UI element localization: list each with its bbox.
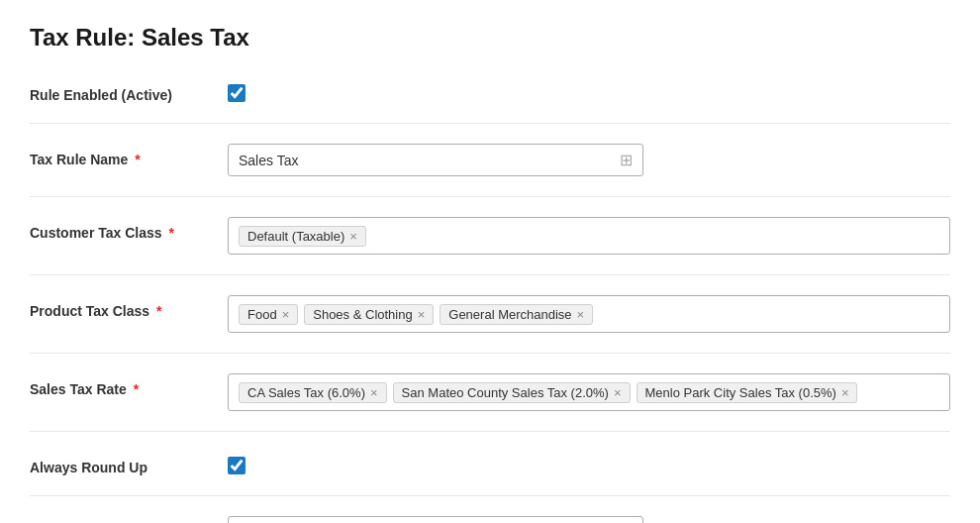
priority-control <box>228 516 950 523</box>
tag-label: Default (Taxable) <box>247 229 344 244</box>
rule-enabled-control <box>228 79 950 102</box>
remove-general-merchandise-button[interactable]: × <box>577 308 585 321</box>
sales-tax-rate-label: Sales Tax Rate * <box>30 373 228 397</box>
product-tax-class-field[interactable]: Food × Shoes & Clothing × General Mercha… <box>228 295 950 333</box>
required-star-str: * <box>130 381 139 397</box>
remove-san-mateo-button[interactable]: × <box>614 386 622 399</box>
always-round-up-row: Always Round Up <box>30 452 950 475</box>
list-item: CA Sales Tax (6.0%) × <box>239 382 387 403</box>
tag-label: Food <box>247 307 277 322</box>
divider-5 <box>30 431 950 432</box>
tax-rule-name-row: Tax Rule Name * ⊞ <box>30 144 950 176</box>
tag-label: Shoes & Clothing <box>313 307 412 322</box>
required-star-ctc: * <box>165 225 174 241</box>
tax-rule-name-input[interactable] <box>239 153 614 168</box>
required-star-ptc: * <box>152 303 161 319</box>
priority-input[interactable] <box>228 516 643 523</box>
priority-row: Priority * <box>30 516 950 523</box>
divider-3 <box>30 274 950 275</box>
remove-menlo-park-button[interactable]: × <box>841 386 849 399</box>
rule-enabled-checkbox[interactable] <box>228 84 245 102</box>
tag-label: CA Sales Tax (6.0%) <box>247 385 365 400</box>
remove-food-button[interactable]: × <box>282 308 290 321</box>
remove-shoes-clothing-button[interactable]: × <box>418 308 426 321</box>
always-round-up-label: Always Round Up <box>30 452 228 475</box>
product-tax-class-row: Product Tax Class * Food × Shoes & Cloth… <box>30 295 950 333</box>
page-title: Tax Rule: Sales Tax <box>30 24 950 52</box>
sales-tax-rate-row: Sales Tax Rate * CA Sales Tax (6.0%) × S… <box>30 373 950 411</box>
divider-1 <box>30 123 950 124</box>
customer-tax-class-label: Customer Tax Class * <box>30 217 228 241</box>
tax-rule-name-control: ⊞ <box>228 144 950 176</box>
tax-rule-name-field[interactable]: ⊞ <box>228 144 643 176</box>
divider-2 <box>30 196 950 197</box>
tag-label: Menlo Park City Sales Tax (0.5%) <box>645 385 836 400</box>
list-item: General Merchandise × <box>440 304 593 325</box>
divider-6 <box>30 495 950 496</box>
customer-tax-class-row: Customer Tax Class * Default (Taxable) × <box>30 217 950 255</box>
sales-tax-rate-field[interactable]: CA Sales Tax (6.0%) × San Mateo County S… <box>228 373 950 411</box>
rule-enabled-row: Rule Enabled (Active) <box>30 79 950 103</box>
list-item: Food × <box>239 304 298 325</box>
list-item: San Mateo County Sales Tax (2.0%) × <box>393 382 631 403</box>
product-tax-class-control: Food × Shoes & Clothing × General Mercha… <box>228 295 950 333</box>
list-item: Default (Taxable) × <box>239 226 366 247</box>
rule-enabled-label: Rule Enabled (Active) <box>30 79 228 103</box>
sales-tax-rate-control: CA Sales Tax (6.0%) × San Mateo County S… <box>228 373 950 411</box>
remove-default-taxable-button[interactable]: × <box>349 230 357 243</box>
product-tax-class-label: Product Tax Class * <box>30 295 228 319</box>
list-item: Menlo Park City Sales Tax (0.5%) × <box>637 382 858 403</box>
remove-ca-sales-tax-button[interactable]: × <box>370 386 378 399</box>
list-item: Shoes & Clothing × <box>304 304 434 325</box>
tax-rule-name-label: Tax Rule Name * <box>30 144 228 167</box>
tag-label: San Mateo County Sales Tax (2.0%) <box>402 385 609 400</box>
divider-4 <box>30 353 950 354</box>
always-round-up-control <box>228 452 950 474</box>
tag-label: General Merchandise <box>448 307 571 322</box>
always-round-up-checkbox[interactable] <box>228 457 245 474</box>
required-star-name: * <box>131 152 140 167</box>
calendar-icon: ⊞ <box>620 151 633 169</box>
customer-tax-class-field[interactable]: Default (Taxable) × <box>228 217 950 255</box>
priority-label: Priority * <box>30 516 228 523</box>
customer-tax-class-control: Default (Taxable) × <box>228 217 950 255</box>
